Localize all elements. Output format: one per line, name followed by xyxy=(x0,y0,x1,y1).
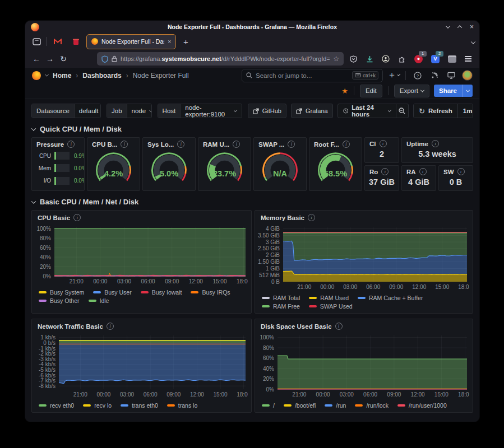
help-icon[interactable]: ? xyxy=(411,69,424,82)
new-tab-button[interactable]: + xyxy=(179,37,192,46)
github-link-button[interactable]: GitHub xyxy=(248,104,286,118)
extension-blue-button[interactable]: V 2 xyxy=(428,52,442,66)
panel-info-icon[interactable]: i xyxy=(107,323,114,330)
account-icon[interactable] xyxy=(379,52,392,66)
forward-button[interactable]: → xyxy=(43,52,57,66)
legend-item[interactable]: trans lo xyxy=(167,402,197,409)
job-picker[interactable]: Job node xyxy=(107,104,152,118)
news-rss-icon[interactable] xyxy=(428,69,441,82)
reload-button[interactable]: ↻ xyxy=(57,52,70,66)
section-quick-cpu-mem-disk[interactable]: Quick CPU / Mem / Disk xyxy=(32,125,473,133)
window-maximize-icon[interactable] xyxy=(457,25,462,30)
downloads-icon[interactable] xyxy=(363,52,376,66)
pinned-tab-red[interactable] xyxy=(68,35,83,48)
panel-info-icon[interactable]: i xyxy=(308,214,315,221)
timeseries-chart: 1 kb/s0 b/s-1 kb/s-2 kb/s-3 kb/s-4 kb/s-… xyxy=(34,332,248,399)
legend-item[interactable]: Busy System xyxy=(39,289,84,296)
tracking-shield-icon[interactable] xyxy=(101,55,108,63)
stat-value: 2 xyxy=(365,147,399,162)
legend-item[interactable]: Busy IRQs xyxy=(191,289,230,296)
pinned-tab-gmail[interactable] xyxy=(50,35,65,48)
panel-info-icon[interactable]: i xyxy=(381,168,389,175)
datasource-picker[interactable]: Datasource default xyxy=(31,104,101,118)
svg-text:21:00: 21:00 xyxy=(297,284,311,290)
job-value[interactable]: node xyxy=(127,104,152,118)
grafana-link-button[interactable]: Grafana xyxy=(291,104,333,118)
share-button[interactable]: Share xyxy=(434,85,473,97)
panel-info-icon[interactable]: i xyxy=(288,141,295,148)
search-input[interactable]: Search or jump to... ctrl+k xyxy=(242,69,383,82)
tab-active[interactable]: Node Exporter Full - Dashbo × xyxy=(86,34,176,49)
panel-info-icon[interactable]: i xyxy=(121,141,128,148)
panel-title: SW xyxy=(443,169,454,175)
section-basic-cpu-mem-net-disk[interactable]: Basic CPU / Mem / Net / Disk xyxy=(32,198,473,206)
panel-info-icon[interactable]: i xyxy=(177,141,184,148)
legend-item[interactable]: Busy Iowait xyxy=(141,289,182,296)
search-icon xyxy=(246,72,252,78)
export-button[interactable]: Export xyxy=(394,85,429,97)
bookmark-star-icon[interactable]: ☆ xyxy=(333,55,339,63)
extension-red-button[interactable]: ● 1 xyxy=(411,52,426,66)
panel-stat-cl: Cli2 xyxy=(364,137,399,163)
panel-info-icon[interactable]: i xyxy=(335,323,343,330)
panel-info-icon[interactable]: i xyxy=(457,168,465,175)
legend-item[interactable]: / xyxy=(262,402,275,409)
svg-text:60%: 60% xyxy=(263,355,274,361)
breadcrumb-dashboards[interactable]: Dashboards xyxy=(82,72,121,80)
legend-item[interactable]: /run/user/1000 xyxy=(397,402,447,409)
legend-item[interactable]: Busy User xyxy=(93,289,131,296)
firefox-view-icon[interactable] xyxy=(30,35,43,48)
window-minimize-icon[interactable] xyxy=(446,24,450,28)
time-range-picker[interactable]: Last 24 hours xyxy=(337,104,396,118)
legend-item[interactable]: /run xyxy=(325,402,346,409)
legend-item[interactable]: Busy Other xyxy=(39,297,80,304)
host-picker[interactable]: Host node-exporter:9100 xyxy=(158,104,242,118)
grafana-logo-icon[interactable] xyxy=(32,71,41,80)
panel-info-icon[interactable]: i xyxy=(67,141,75,148)
zoom-out-button[interactable] xyxy=(396,104,409,118)
legend-item[interactable]: /boot/efi xyxy=(284,402,316,409)
add-button[interactable]: ＋ xyxy=(387,69,400,82)
legend-item[interactable]: RAM Total xyxy=(262,295,300,301)
refresh-interval-dropdown[interactable]: 1m xyxy=(457,104,473,118)
share-menu-chevron-icon[interactable] xyxy=(462,85,473,97)
edit-button[interactable]: Edit xyxy=(360,85,382,97)
legend-item[interactable]: RAM Free xyxy=(262,303,300,310)
tab-close-icon[interactable]: × xyxy=(168,38,171,45)
extension-gray-button[interactable] xyxy=(445,52,459,66)
legend-item[interactable]: trans eth0 xyxy=(121,402,158,409)
extensions-puzzle-icon[interactable] xyxy=(395,52,409,66)
legend-item[interactable]: Idle xyxy=(89,297,109,304)
display-monitor-icon[interactable] xyxy=(445,69,457,82)
legend-item[interactable]: /run/lock xyxy=(355,402,389,409)
breadcrumb-home[interactable]: Home xyxy=(53,72,71,80)
panel-info-icon[interactable]: i xyxy=(432,140,439,147)
svg-text:12:00: 12:00 xyxy=(412,284,426,290)
zoom-out-icon xyxy=(399,108,405,114)
panel-info-icon[interactable]: i xyxy=(343,141,350,148)
user-avatar[interactable] xyxy=(462,70,473,81)
panel-title-row: Memory Basici xyxy=(255,211,473,222)
legend-item[interactable]: recv eth0 xyxy=(39,402,74,409)
pocket-icon[interactable] xyxy=(346,52,360,66)
panel-info-icon[interactable]: i xyxy=(233,141,240,148)
org-switcher-chevron-icon[interactable] xyxy=(45,73,49,77)
legend-item[interactable]: RAM Cache + Buffer xyxy=(358,295,423,301)
legend-item[interactable]: recv lo xyxy=(83,402,112,409)
favorite-star-icon[interactable]: ★ xyxy=(341,87,348,95)
menu-icon[interactable] xyxy=(461,52,475,66)
window-close-icon[interactable]: × xyxy=(470,24,474,30)
legend-item[interactable]: RAM Used xyxy=(309,295,349,301)
panel-info-icon[interactable]: i xyxy=(73,214,81,221)
legend-item[interactable]: SWAP Used xyxy=(309,303,353,310)
panel-info-icon[interactable]: i xyxy=(419,168,427,175)
tab-separator xyxy=(47,37,47,46)
refresh-button[interactable]: ↻Refresh xyxy=(414,104,457,118)
lock-icon[interactable] xyxy=(112,55,117,62)
list-all-tabs-icon[interactable] xyxy=(471,36,475,46)
panel-info-icon[interactable]: i xyxy=(380,140,387,147)
datasource-value[interactable]: default xyxy=(75,104,101,118)
url-bar[interactable]: https://grafana.systemsobscure.net/d/rYd… xyxy=(97,52,344,66)
back-button[interactable]: ← xyxy=(30,52,43,66)
host-value[interactable]: node-exporter:9100 xyxy=(181,104,241,118)
